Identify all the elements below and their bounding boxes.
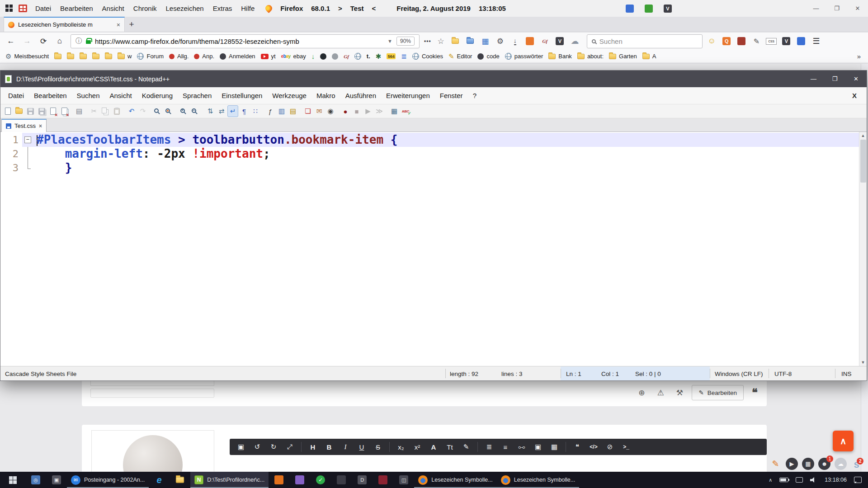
v2-addon-icon[interactable]: V — [779, 34, 794, 48]
indent-guide-button[interactable]: ∷ — [250, 105, 261, 117]
search-placeholder[interactable]: Suchen — [599, 38, 623, 45]
spoiler-icon[interactable]: ⊘ — [602, 439, 618, 455]
npp-menu-kodierung[interactable]: Kodierung — [137, 92, 178, 99]
quote-icon[interactable]: ❝ — [570, 439, 585, 455]
fullscreen-icon[interactable]: ⤢ — [282, 439, 297, 455]
tray-expand-icon[interactable]: ∧ — [769, 477, 772, 483]
undo-button[interactable]: ↶ — [126, 105, 137, 117]
align-icon[interactable]: ≡ — [498, 439, 513, 455]
bookmark-t[interactable]: t. — [364, 51, 373, 62]
new-file-button[interactable] — [2, 105, 13, 117]
document-map-button[interactable]: ▥ — [276, 105, 287, 117]
task-notepadpp[interactable]: ND:\Test\Profilordner\c... — [190, 472, 269, 488]
replace-button[interactable] — [164, 105, 175, 117]
bookmark-ebay[interactable]: ebayebay — [278, 51, 309, 62]
menu-hilfe[interactable]: Hilfe — [236, 5, 259, 12]
scroll-up-icon[interactable]: ▲ — [861, 132, 865, 139]
q-addon-icon[interactable]: Q — [719, 34, 734, 48]
bookmark-bank[interactable]: Bank — [546, 51, 575, 62]
bookmark-meistbesucht[interactable]: ⚙Meistbesucht — [3, 51, 52, 62]
bookmark-a[interactable]: A — [640, 51, 659, 62]
firefox-maximize-button[interactable]: ❐ — [826, 0, 847, 17]
table-icon[interactable]: ▦ — [547, 439, 562, 455]
menu-lesezeichen[interactable]: Lesezeichen — [161, 5, 208, 12]
gear-icon[interactable]: ⚙ — [493, 34, 508, 48]
firefox-minimize-button[interactable]: — — [806, 0, 826, 17]
undo-icon[interactable]: ↺ — [250, 439, 265, 455]
bookmark-download[interactable]: ↓ — [309, 51, 318, 62]
red-addon-icon[interactable] — [734, 34, 749, 48]
npp-minimize-button[interactable]: — — [803, 70, 824, 87]
strikethrough-icon[interactable]: S — [370, 439, 386, 455]
menubar-close-button[interactable]: X — [852, 92, 864, 99]
task-firefox-1[interactable]: Lesezeichen Symbolle... — [414, 472, 497, 488]
bookmark-anp[interactable]: Anp. — [191, 51, 217, 62]
library-folder-icon[interactable] — [448, 34, 463, 48]
orange-addon-icon[interactable] — [523, 34, 538, 48]
task-app-d[interactable]: D — [352, 472, 373, 488]
taskbar-pinned-icon-2[interactable]: ▣ — [46, 472, 67, 488]
npp-menu-datei[interactable]: Datei — [3, 92, 29, 99]
npp-menu-makro[interactable]: Makro — [311, 92, 340, 99]
npp-menu-?[interactable]: ? — [468, 92, 481, 99]
address-bar[interactable]: ⓘ https://www.camp-firefox.de/forum/them… — [71, 34, 420, 48]
bold-icon[interactable]: B — [321, 439, 337, 455]
menu-bearbeiten[interactable]: Bearbeiten — [56, 5, 98, 12]
copy-button[interactable] — [100, 105, 111, 117]
taskbar-clock[interactable]: 13:18:06 — [825, 477, 847, 483]
warning-icon[interactable]: ⚠ — [654, 386, 667, 399]
volume-icon[interactable] — [810, 477, 817, 483]
open-file-button[interactable] — [14, 105, 24, 117]
v-topbar-icon[interactable]: V — [664, 5, 672, 13]
overlay-people-icon[interactable]: ☻1 — [818, 458, 830, 470]
gf-addon-icon[interactable]: Gf — [538, 34, 552, 48]
bookmark-folder-3[interactable] — [77, 51, 90, 62]
tab-close-icon[interactable]: × — [117, 21, 120, 28]
bookmark-editor[interactable]: ✎Editor — [446, 51, 475, 62]
bookmark-code[interactable]: code — [475, 51, 502, 62]
media-icon[interactable]: ▣ — [233, 439, 249, 455]
css-addon-icon[interactable]: css — [764, 34, 779, 48]
macro-play-button[interactable]: ▶ — [363, 105, 373, 117]
edit-button[interactable]: ✎ Bearbeiten — [692, 385, 744, 400]
lock-icon[interactable] — [86, 40, 91, 44]
npp-menu-sprachen[interactable]: Sprachen — [178, 92, 217, 99]
font-color-icon[interactable]: A — [426, 439, 441, 455]
bookmark-lines[interactable]: ≣ — [398, 51, 410, 62]
function-list-button[interactable]: ƒ — [265, 105, 276, 117]
bookmark-about[interactable]: about: — [575, 51, 606, 62]
bookmark-564[interactable]: 564 — [384, 51, 398, 62]
smiley-addon-icon[interactable]: ☺ — [704, 34, 719, 48]
task-app-film[interactable]: ◫ — [393, 472, 414, 488]
task-app-red[interactable] — [373, 472, 393, 488]
overlay-brush-icon[interactable]: ✎ — [769, 458, 782, 470]
redo-icon[interactable]: ↻ — [266, 439, 281, 455]
close-file-button[interactable] — [47, 105, 58, 117]
word-wrap-button[interactable]: ↵ — [227, 105, 238, 117]
task-explorer[interactable] — [170, 472, 190, 488]
bookmark-folder-1[interactable] — [52, 51, 64, 62]
paste-button[interactable] — [111, 105, 122, 117]
editor-line[interactable]: 2 margin-left: -2px !important; — [0, 147, 859, 161]
bookmark-garten[interactable]: Garten — [606, 51, 640, 62]
bookmark-passwoerter[interactable]: passwörter — [502, 51, 546, 62]
back-button[interactable]: ← — [4, 34, 18, 48]
bookmark-folder-4[interactable] — [90, 51, 102, 62]
find-button[interactable] — [152, 105, 163, 117]
spell-abc-button[interactable]: ABC — [400, 105, 411, 117]
bookmark-tree[interactable]: ✱ — [373, 51, 384, 62]
scroll-down-icon[interactable]: ▼ — [861, 359, 865, 366]
blue-folder-icon[interactable] — [463, 34, 478, 48]
editor-scrollbar[interactable]: ▲ ▼ — [859, 132, 867, 366]
link-icon[interactable]: ⧟ — [514, 439, 529, 455]
terminal-icon[interactable]: >_ — [618, 439, 634, 455]
scroll-to-top-button[interactable]: ∧ — [833, 431, 854, 451]
font-size-icon[interactable]: Tt — [442, 439, 458, 455]
forward-button[interactable]: → — [20, 34, 34, 48]
npp-menu-werkzeuge[interactable]: Werkzeuge — [267, 92, 311, 99]
overlay-ghost-icon[interactable]: ☁ — [835, 458, 847, 470]
npp-menu-suchen[interactable]: Suchen — [72, 92, 105, 99]
bookmark-gf[interactable]: Gf — [341, 51, 352, 62]
page-actions-icon[interactable]: ••• — [421, 38, 434, 44]
new-tab-button[interactable]: + — [125, 17, 138, 32]
